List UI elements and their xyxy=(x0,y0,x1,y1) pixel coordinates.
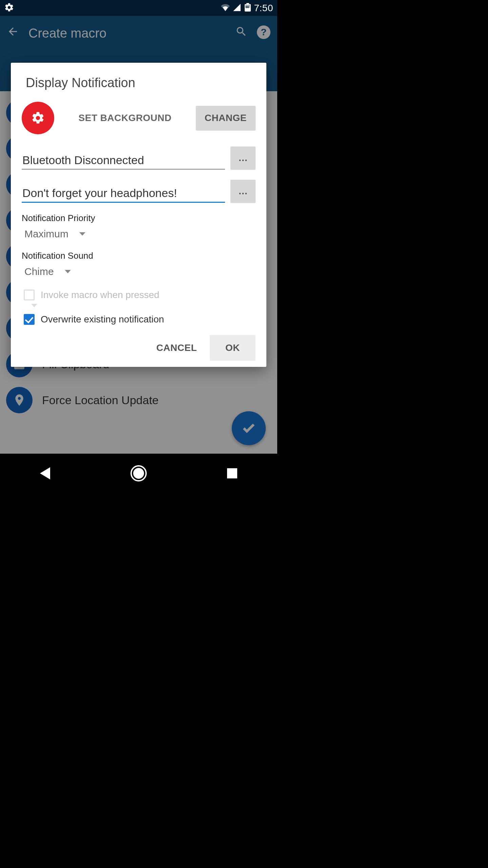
sound-value: Chime xyxy=(24,266,54,277)
priority-label: Notification Priority xyxy=(22,213,256,223)
cell-signal-icon xyxy=(232,3,241,13)
ok-button[interactable]: OK xyxy=(210,335,256,361)
svg-rect-1 xyxy=(246,3,249,4)
chevron-down-icon xyxy=(31,304,37,307)
wifi-icon xyxy=(221,3,230,13)
nav-recents-button[interactable] xyxy=(227,468,237,478)
cancel-button[interactable]: CANCEL xyxy=(146,335,207,361)
settings-notification-icon xyxy=(4,2,14,14)
notification-title-input[interactable] xyxy=(22,152,225,170)
overwrite-row[interactable]: Overwrite existing notification xyxy=(24,314,256,325)
overwrite-checkbox[interactable] xyxy=(24,314,35,325)
invoke-macro-checkbox[interactable] xyxy=(24,290,35,300)
change-button[interactable]: CHANGE xyxy=(196,106,256,130)
battery-icon: 56 xyxy=(244,3,251,13)
title-magic-button[interactable]: … xyxy=(230,146,256,170)
notification-body-input[interactable] xyxy=(22,184,225,203)
invoke-macro-label: Invoke macro when pressed xyxy=(41,290,159,300)
battery-level: 56 xyxy=(246,5,249,9)
sound-label: Notification Sound xyxy=(22,251,256,261)
chevron-down-icon xyxy=(79,232,85,236)
nav-back-button[interactable] xyxy=(40,467,50,479)
notification-icon-preview[interactable] xyxy=(22,102,54,134)
nav-home-button[interactable] xyxy=(130,465,147,481)
navigation-bar xyxy=(0,454,277,493)
screen: 56 7:50 Create macro ? Fill Clipboard Fo… xyxy=(0,0,277,493)
body-magic-button[interactable]: … xyxy=(230,180,256,203)
invoke-macro-row[interactable]: Invoke macro when pressed xyxy=(24,290,256,300)
priority-value: Maximum xyxy=(24,228,68,240)
display-notification-dialog: Display Notification SET BACKGROUND CHAN… xyxy=(11,63,266,367)
dialog-title: Display Notification xyxy=(22,76,256,90)
sound-dropdown[interactable]: Chime xyxy=(22,264,72,282)
clock: 7:50 xyxy=(254,3,273,14)
set-background-label[interactable]: SET BACKGROUND xyxy=(62,113,188,123)
priority-dropdown[interactable]: Maximum xyxy=(22,226,87,244)
overwrite-label: Overwrite existing notification xyxy=(41,314,164,325)
status-bar: 56 7:50 xyxy=(0,0,277,16)
chevron-down-icon xyxy=(65,270,71,273)
